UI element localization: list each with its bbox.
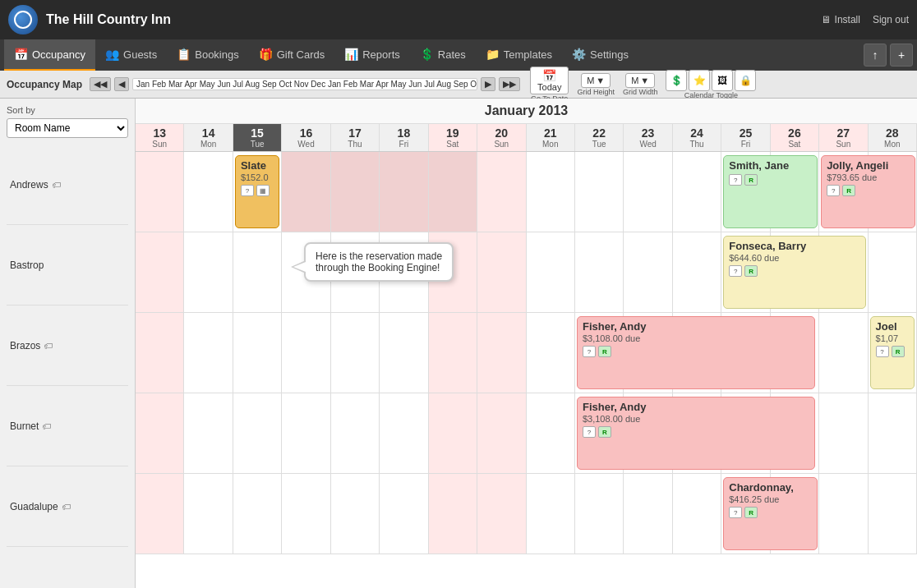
nav-action-btn-2[interactable]: + bbox=[890, 44, 913, 67]
nav-next-btn[interactable]: ▶ bbox=[481, 77, 495, 91]
cell-bastrop-14[interactable] bbox=[184, 232, 233, 312]
cell-burnet-17[interactable] bbox=[331, 393, 380, 473]
smith-name: Smith, Jane bbox=[729, 159, 812, 172]
cell-guadalupe-19[interactable] bbox=[429, 474, 477, 554]
cell-burnet-27[interactable] bbox=[819, 393, 868, 473]
cell-brazos-18[interactable] bbox=[380, 313, 428, 393]
cell-guadalupe-22[interactable] bbox=[575, 474, 624, 554]
cell-brazos-28[interactable]: Joel $1,07 ? R bbox=[869, 313, 917, 393]
cell-brazos-21[interactable] bbox=[527, 313, 575, 393]
image-icon-btn[interactable]: 🖼 bbox=[712, 70, 733, 91]
cell-bastrop-23[interactable] bbox=[624, 232, 672, 312]
slate-amount: $152.0 bbox=[241, 172, 274, 182]
cell-brazos-22[interactable]: Fisher, Andy $3,108.00 due ? R bbox=[575, 313, 624, 393]
cell-burnet-14[interactable] bbox=[184, 393, 233, 473]
reservation-smith-jane[interactable]: Smith, Jane ? R bbox=[723, 155, 818, 228]
cell-bastrop-15[interactable] bbox=[233, 232, 282, 312]
grid-height-btn[interactable]: M ▼ bbox=[581, 73, 611, 88]
cell-brazos-20[interactable] bbox=[477, 313, 526, 393]
dates-scrollbar[interactable]: Jan Feb Mar Apr May Jun Jul Aug Sep Oct … bbox=[132, 78, 477, 90]
reservation-fisher-burnet[interactable]: Fisher, Andy $3,108.00 due ? R bbox=[577, 397, 815, 470]
cell-bastrop-25[interactable]: Fonseca, Barry $644.60 due ? R bbox=[721, 232, 770, 312]
cell-brazos-17[interactable] bbox=[331, 313, 380, 393]
cell-guadalupe-20[interactable] bbox=[477, 474, 526, 554]
cell-andrews-18[interactable] bbox=[380, 152, 428, 232]
nav-item-settings[interactable]: ⚙️ Settings bbox=[562, 39, 638, 71]
cell-andrews-21[interactable] bbox=[527, 152, 575, 232]
cell-bastrop-24[interactable] bbox=[673, 232, 721, 312]
install-button[interactable]: 🖥 Install bbox=[821, 14, 860, 25]
cell-guadalupe-24[interactable] bbox=[673, 474, 721, 554]
nav-item-rates[interactable]: 💲 Rates bbox=[410, 39, 476, 71]
dollar-icon-btn[interactable]: 💲 bbox=[666, 70, 687, 91]
nav-item-guests[interactable]: 👥 Guests bbox=[95, 39, 167, 71]
nav-item-giftcards[interactable]: 🎁 Gift Cards bbox=[249, 39, 335, 71]
cell-andrews-13[interactable] bbox=[136, 152, 184, 232]
callout-arrow-inner bbox=[293, 262, 306, 272]
cell-brazos-19[interactable] bbox=[429, 313, 477, 393]
cell-andrews-17[interactable] bbox=[331, 152, 380, 232]
cell-burnet-21[interactable] bbox=[527, 393, 575, 473]
cell-andrews-24[interactable] bbox=[673, 152, 721, 232]
monitor-icon: 🖥 bbox=[821, 14, 831, 25]
cell-brazos-16[interactable] bbox=[282, 313, 330, 393]
nav-last-btn[interactable]: ▶▶ bbox=[499, 77, 520, 91]
cell-guadalupe-21[interactable] bbox=[527, 474, 575, 554]
cell-burnet-19[interactable] bbox=[429, 393, 477, 473]
reservation-joel[interactable]: Joel $1,07 ? R bbox=[870, 316, 915, 389]
cell-brazos-27[interactable] bbox=[819, 313, 868, 393]
cell-brazos-14[interactable] bbox=[184, 313, 233, 393]
sort-select[interactable]: Room Name Room Type Availability bbox=[7, 118, 128, 138]
cell-bastrop-22[interactable] bbox=[575, 232, 624, 312]
cell-andrews-25[interactable]: Smith, Jane ? R bbox=[721, 152, 770, 232]
nav-first-btn[interactable]: ◀◀ bbox=[90, 77, 111, 91]
cell-guadalupe-13[interactable] bbox=[136, 474, 184, 554]
cal-row-andrews: Slate $152.0 ? ▦ bbox=[136, 152, 917, 232]
today-button[interactable]: 📅 Today bbox=[530, 67, 569, 94]
cell-burnet-22[interactable]: Fisher, Andy $3,108.00 due ? R bbox=[575, 393, 624, 473]
cell-guadalupe-16[interactable] bbox=[282, 474, 330, 554]
cell-burnet-16[interactable] bbox=[282, 393, 330, 473]
cell-andrews-15[interactable]: Slate $152.0 ? ▦ bbox=[233, 152, 282, 232]
reservation-chardonnay[interactable]: Chardonnay, $416.25 due ? R bbox=[723, 477, 818, 550]
nav-item-bookings[interactable]: 📋 Bookings bbox=[167, 39, 248, 71]
cell-brazos-13[interactable] bbox=[136, 313, 184, 393]
reservation-slate[interactable]: Slate $152.0 ? ▦ bbox=[235, 155, 279, 228]
cell-burnet-13[interactable] bbox=[136, 393, 184, 473]
cell-guadalupe-27[interactable] bbox=[819, 474, 868, 554]
cell-andrews-22[interactable] bbox=[575, 152, 624, 232]
grid-width-btn[interactable]: M ▼ bbox=[625, 73, 655, 88]
cell-andrews-20[interactable] bbox=[477, 152, 526, 232]
cell-andrews-27[interactable]: Jolly, Angeli $793.65 due ? R bbox=[819, 152, 868, 232]
cell-burnet-28[interactable] bbox=[869, 393, 917, 473]
nav-item-reports[interactable]: 📊 Reports bbox=[334, 39, 410, 71]
cell-burnet-18[interactable] bbox=[380, 393, 428, 473]
cell-andrews-19[interactable] bbox=[429, 152, 477, 232]
cell-burnet-20[interactable] bbox=[477, 393, 526, 473]
cell-guadalupe-23[interactable] bbox=[624, 474, 672, 554]
signout-button[interactable]: Sign out bbox=[873, 14, 909, 25]
lock-icon-btn[interactable]: 🔒 bbox=[735, 70, 756, 91]
cell-bastrop-28[interactable] bbox=[869, 232, 917, 312]
cell-guadalupe-28[interactable] bbox=[869, 474, 917, 554]
cell-burnet-15[interactable] bbox=[233, 393, 282, 473]
cell-guadalupe-25[interactable]: Chardonnay, $416.25 due ? R bbox=[721, 474, 770, 554]
cell-brazos-15[interactable] bbox=[233, 313, 282, 393]
nav-item-occupancy[interactable]: 📅 Occupancy bbox=[4, 39, 95, 71]
reservation-jolly[interactable]: Jolly, Angeli $793.65 due ? R bbox=[821, 155, 915, 228]
reservation-fisher-brazos[interactable]: Fisher, Andy $3,108.00 due ? R bbox=[577, 316, 815, 389]
cell-andrews-16[interactable] bbox=[282, 152, 330, 232]
star-icon-btn[interactable]: ⭐ bbox=[689, 70, 710, 91]
cell-bastrop-21[interactable] bbox=[527, 232, 575, 312]
cell-guadalupe-17[interactable] bbox=[331, 474, 380, 554]
nav-prev-btn[interactable]: ◀ bbox=[114, 77, 129, 91]
cell-guadalupe-15[interactable] bbox=[233, 474, 282, 554]
cell-andrews-14[interactable] bbox=[184, 152, 233, 232]
nav-action-btn-1[interactable]: ↑ bbox=[864, 44, 887, 67]
cell-guadalupe-18[interactable] bbox=[380, 474, 428, 554]
cell-guadalupe-14[interactable] bbox=[184, 474, 233, 554]
cell-bastrop-20[interactable] bbox=[477, 232, 526, 312]
cell-bastrop-13[interactable] bbox=[136, 232, 184, 312]
reservation-fonseca[interactable]: Fonseca, Barry $644.60 due ? R bbox=[723, 236, 865, 309]
cell-andrews-23[interactable] bbox=[624, 152, 672, 232]
